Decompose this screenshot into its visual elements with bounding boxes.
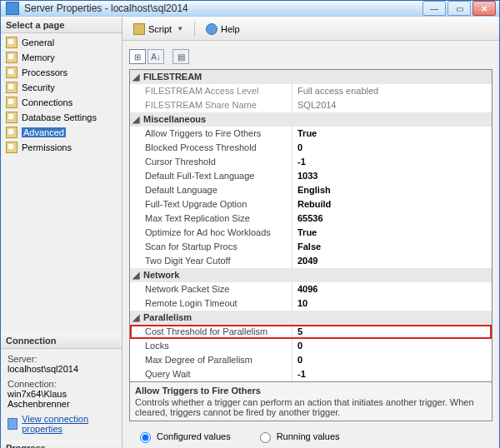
property-row[interactable]: Default LanguageEnglish (130, 183, 492, 197)
select-page-header: Select a page (1, 17, 122, 33)
property-name: Locks (130, 339, 292, 353)
property-row[interactable]: Query Wait-1 (130, 367, 492, 381)
property-row[interactable]: Default Full-Text Language1033 (130, 169, 492, 183)
property-name: Remote Login Timeout (130, 296, 292, 311)
expand-icon: ◢ (130, 311, 142, 325)
expand-icon: ◢ (130, 70, 142, 84)
running-values-radio[interactable]: Running values (256, 430, 340, 443)
property-name: FILESTREAM Share Name (130, 98, 292, 112)
sidebar-item-label: General (22, 37, 54, 47)
sidebar-item-label: Database Settings (22, 112, 97, 122)
category-filestream[interactable]: ◢FILESTREAM (130, 70, 492, 84)
property-name: Cursor Threshold (130, 155, 292, 169)
property-row[interactable]: Max Text Replication Size65536 (130, 212, 492, 226)
property-name: Network Packet Size (130, 282, 292, 296)
minimize-button[interactable]: — (422, 1, 446, 16)
app-icon (6, 2, 19, 15)
property-row[interactable]: FILESTREAM Access LevelFull access enabl… (130, 84, 492, 98)
sidebar-item-processors[interactable]: Processors (1, 65, 122, 80)
sidebar-item-label: Memory (22, 52, 55, 62)
sidebar-item-security[interactable]: Security (1, 80, 122, 95)
property-value[interactable]: English (292, 183, 492, 197)
sidebar-item-general[interactable]: General (1, 35, 122, 50)
page-icon (6, 37, 18, 48)
property-value[interactable]: False (292, 240, 492, 254)
property-row[interactable]: Optimize for Ad hoc WorkloadsTrue (130, 226, 492, 240)
sidebar-item-label: Processors (22, 67, 68, 77)
server-value: localhost\sql2014 (8, 364, 115, 374)
property-row[interactable]: Two Digit Year Cutoff2049 (130, 254, 492, 268)
property-value[interactable]: 0 (292, 141, 492, 155)
category-label: FILESTREAM (142, 70, 492, 84)
sidebar-item-label: Advanced (22, 127, 66, 137)
property-row[interactable]: Cost Threshold for Parallelism5 (130, 325, 492, 339)
category-parallelism[interactable]: ◢Parallelism (130, 311, 492, 325)
configured-values-radio[interactable]: Configured values (136, 430, 231, 443)
sidebar-item-advanced[interactable]: Advanced (1, 125, 122, 140)
property-value[interactable]: 10 (292, 296, 492, 311)
property-value[interactable]: True (292, 127, 492, 141)
progress-header: Progress (1, 441, 122, 448)
property-name: Max Degree of Parallelism (130, 353, 292, 367)
page-icon (6, 142, 18, 153)
sidebar-item-memory[interactable]: Memory (1, 50, 122, 65)
property-name: Cost Threshold for Parallelism (130, 325, 292, 339)
property-row[interactable]: Allow Triggers to Fire OthersTrue (130, 127, 492, 141)
property-value[interactable]: True (292, 226, 492, 240)
property-value[interactable]: Full access enabled (292, 84, 492, 98)
property-row[interactable]: Cursor Threshold-1 (130, 155, 492, 169)
property-value[interactable]: Rebuild (292, 197, 492, 212)
category-label: Parallelism (142, 311, 492, 325)
alphabetical-button[interactable]: A↓ (148, 49, 164, 64)
property-value[interactable]: 4096 (292, 282, 492, 296)
server-label: Server: (8, 354, 115, 364)
property-row[interactable]: FILESTREAM Share NameSQL2014 (130, 98, 492, 112)
expand-icon: ◢ (130, 268, 142, 282)
view-connection-properties-link[interactable]: View connection properties (22, 414, 115, 434)
property-name: Optimize for Ad hoc Workloads (130, 226, 292, 240)
property-value[interactable]: 2049 (292, 254, 492, 268)
chevron-down-icon: ▼ (177, 25, 183, 32)
titlebar: Server Properties - localhost\sql2014 — … (1, 1, 499, 17)
connection-header: Connection (1, 333, 122, 349)
help-button[interactable]: Help (200, 21, 246, 37)
property-value[interactable]: -1 (292, 155, 492, 169)
description-body: Controls whether a trigger can perform a… (135, 397, 487, 417)
property-row[interactable]: Scan for Startup ProcsFalse (130, 240, 492, 254)
sidebar-item-connections[interactable]: Connections (1, 95, 122, 110)
sidebar-item-database-settings[interactable]: Database Settings (1, 110, 122, 125)
grid-tools: ⊞ A↓ ▤ (129, 47, 492, 66)
property-row[interactable]: Locks0 (130, 339, 492, 353)
property-row[interactable]: Max Degree of Parallelism0 (130, 353, 492, 367)
connection-label: Connection: (8, 379, 115, 389)
property-value[interactable]: 5 (292, 325, 492, 339)
close-button[interactable]: ✕ (472, 1, 496, 16)
property-row[interactable]: Network Packet Size4096 (130, 282, 492, 296)
property-grid[interactable]: ◢FILESTREAMFILESTREAM Access LevelFull a… (129, 69, 492, 382)
property-value[interactable]: -1 (292, 367, 492, 381)
property-name: Allow Triggers to Fire Others (130, 127, 292, 141)
property-pages-button[interactable]: ▤ (172, 49, 189, 64)
categorized-button[interactable]: ⊞ (129, 49, 146, 64)
page-icon (6, 82, 18, 93)
property-value[interactable]: 0 (292, 339, 492, 353)
property-name: FILESTREAM Access Level (130, 84, 292, 98)
category-miscellaneous[interactable]: ◢Miscellaneous (130, 112, 492, 127)
property-row[interactable]: Full-Text Upgrade OptionRebuild (130, 197, 492, 212)
property-value[interactable]: 0 (292, 353, 492, 367)
script-icon (133, 23, 145, 35)
property-value[interactable]: 65536 (292, 212, 492, 226)
property-row[interactable]: Remote Login Timeout10 (130, 296, 492, 311)
property-row[interactable]: Blocked Process Threshold0 (130, 141, 492, 155)
sidebar-item-permissions[interactable]: Permissions (1, 140, 122, 155)
property-value[interactable]: SQL2014 (292, 98, 492, 112)
category-network[interactable]: ◢Network (130, 268, 492, 282)
property-value[interactable]: 1033 (292, 169, 492, 183)
category-label: Network (142, 268, 492, 282)
connection-value: win7x64\Klaus Aschenbrenner (8, 389, 115, 409)
expand-icon: ◢ (130, 112, 142, 127)
page-icon (6, 127, 18, 138)
property-name: Two Digit Year Cutoff (130, 254, 292, 268)
maximize-button[interactable]: ▭ (448, 1, 471, 16)
script-button[interactable]: Script ▼ (128, 21, 189, 37)
